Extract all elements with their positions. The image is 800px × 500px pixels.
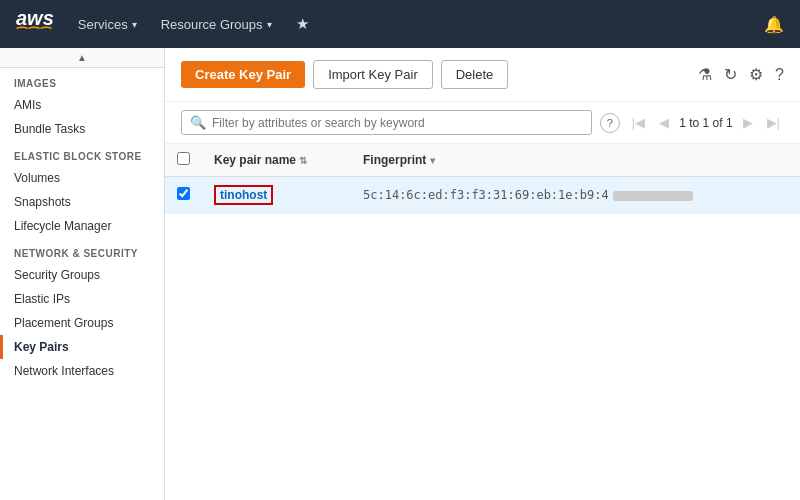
table-row[interactable]: tinohost 5c:14:6c:ed:f3:f3:31:69:eb:1e:b…	[165, 177, 800, 214]
last-page-button[interactable]: ▶|	[763, 113, 784, 132]
key-pair-name-cell: tinohost	[202, 177, 351, 214]
sidebar-item-snapshots[interactable]: Snapshots	[0, 190, 164, 214]
sidebar-section-images: IMAGES	[0, 68, 164, 93]
refresh-icon[interactable]: ↻	[724, 65, 737, 84]
search-bar: 🔍 ? |◀ ◀ 1 to 1 of 1 ▶ ▶|	[165, 102, 800, 144]
sidebar-item-placement-groups[interactable]: Placement Groups	[0, 311, 164, 335]
search-input[interactable]	[212, 116, 583, 130]
aws-text: aws	[16, 8, 54, 28]
sidebar-item-network-interfaces[interactable]: Network Interfaces	[0, 359, 164, 383]
sidebar-item-security-groups[interactable]: Security Groups	[0, 263, 164, 287]
resource-groups-chevron-icon: ▾	[267, 19, 272, 30]
sidebar-item-amis[interactable]: AMIs	[0, 93, 164, 117]
aws-smile: ⁀⁀⁀	[17, 28, 53, 40]
sidebar-section-network-security: NETWORK & SECURITY	[0, 238, 164, 263]
sidebar-section-ebs: ELASTIC BLOCK STORE	[0, 141, 164, 166]
fingerprint-value: 5c:14:6c:ed:f3:f3:31:69:eb:1e:b9:4	[363, 188, 693, 202]
table-header-row: Key pair name ⇅ Fingerprint ▾	[165, 144, 800, 177]
sidebar-item-key-pairs[interactable]: Key Pairs	[0, 335, 164, 359]
sidebar-item-elastic-ips[interactable]: Elastic IPs	[0, 287, 164, 311]
import-key-pair-button[interactable]: Import Key Pair	[313, 60, 433, 89]
fingerprint-cell: 5c:14:6c:ed:f3:f3:31:69:eb:1e:b9:4	[351, 177, 800, 214]
key-pairs-table: Key pair name ⇅ Fingerprint ▾ tinohost	[165, 144, 800, 214]
next-page-button[interactable]: ▶	[739, 113, 757, 132]
beaker-icon[interactable]: ⚗	[698, 65, 712, 84]
search-icon: 🔍	[190, 115, 206, 130]
notification-bell-icon[interactable]: 🔔	[764, 15, 784, 34]
key-pair-name-link[interactable]: tinohost	[214, 185, 273, 205]
row-checkbox-cell	[165, 177, 202, 214]
main-content: Create Key Pair Import Key Pair Delete ⚗…	[165, 48, 800, 500]
search-input-wrapper[interactable]: 🔍	[181, 110, 592, 135]
delete-button[interactable]: Delete	[441, 60, 509, 89]
fingerprint-header[interactable]: Fingerprint ▾	[351, 144, 800, 177]
table-container: Key pair name ⇅ Fingerprint ▾ tinohost	[165, 144, 800, 500]
sidebar: ▲ IMAGES AMIs Bundle Tasks ELASTIC BLOCK…	[0, 48, 165, 500]
favorites-icon[interactable]: ★	[296, 15, 309, 33]
toolbar: Create Key Pair Import Key Pair Delete ⚗…	[165, 48, 800, 102]
top-navigation: aws ⁀⁀⁀ Services ▾ Resource Groups ▾ ★ 🔔	[0, 0, 800, 48]
sidebar-item-lifecycle-manager[interactable]: Lifecycle Manager	[0, 214, 164, 238]
select-all-checkbox[interactable]	[177, 152, 190, 165]
pagination-info: 1 to 1 of 1	[679, 116, 732, 130]
pagination: |◀ ◀ 1 to 1 of 1 ▶ ▶|	[628, 113, 784, 132]
toolbar-icons: ⚗ ↻ ⚙ ?	[698, 65, 784, 84]
prev-page-button[interactable]: ◀	[655, 113, 673, 132]
key-pair-name-header[interactable]: Key pair name ⇅	[202, 144, 351, 177]
fingerprint-sort-icon: ▾	[430, 155, 435, 166]
sidebar-item-bundle-tasks[interactable]: Bundle Tasks	[0, 117, 164, 141]
help-icon[interactable]: ?	[775, 66, 784, 84]
services-menu[interactable]: Services ▾	[78, 17, 137, 32]
resource-groups-menu[interactable]: Resource Groups ▾	[161, 17, 272, 32]
row-checkbox[interactable]	[177, 187, 190, 200]
sidebar-scroll-up[interactable]: ▲	[0, 48, 164, 68]
services-chevron-icon: ▾	[132, 19, 137, 30]
create-key-pair-button[interactable]: Create Key Pair	[181, 61, 305, 88]
select-all-cell	[165, 144, 202, 177]
page-layout: ▲ IMAGES AMIs Bundle Tasks ELASTIC BLOCK…	[0, 48, 800, 500]
fingerprint-blur	[613, 191, 693, 201]
aws-logo[interactable]: aws ⁀⁀⁀	[16, 8, 54, 40]
first-page-button[interactable]: |◀	[628, 113, 649, 132]
sidebar-item-volumes[interactable]: Volumes	[0, 166, 164, 190]
settings-icon[interactable]: ⚙	[749, 65, 763, 84]
search-help-icon[interactable]: ?	[600, 113, 620, 133]
sort-icon: ⇅	[299, 155, 307, 166]
